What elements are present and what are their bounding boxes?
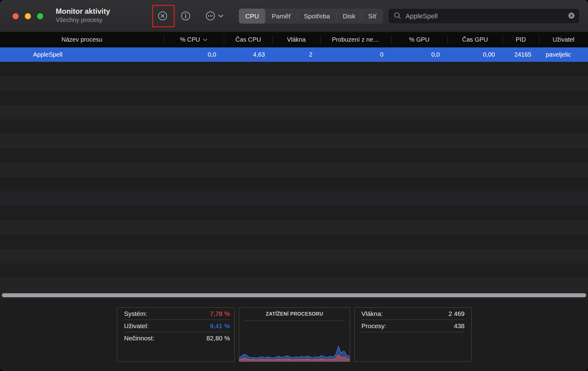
stat-value: 9,41 % — [210, 322, 230, 330]
activity-monitor-window: Monitor aktivity Všechny procesy — [0, 0, 588, 371]
search-icon — [394, 12, 401, 21]
column-label: Čas GPU — [462, 36, 488, 43]
column-header-idle-wakeups[interactable]: Probuzení z ne… — [320, 32, 391, 47]
empty-row — [0, 263, 588, 278]
column-header-gpu[interactable]: % GPU — [391, 32, 447, 47]
column-header-process-name[interactable]: Název procesu — [0, 32, 164, 47]
cell-cpu: 0,0 — [164, 51, 224, 58]
titlebar[interactable]: Monitor aktivity Všechny procesy — [0, 0, 588, 32]
empty-row — [0, 148, 588, 163]
empty-row — [0, 62, 588, 76]
stat-label: Procesy: — [361, 322, 386, 330]
tab-cpu[interactable]: CPU — [239, 9, 265, 24]
cell-user: paveljelic — [539, 51, 588, 58]
zoom-window-button[interactable] — [37, 13, 43, 19]
close-window-button[interactable] — [13, 13, 19, 19]
empty-row — [0, 278, 588, 292]
horizontal-scrollbar-thumb[interactable] — [2, 293, 586, 297]
column-label: Uživatel — [552, 36, 574, 43]
column-label: Čas CPU — [236, 36, 261, 43]
column-label: Vlákna — [287, 36, 306, 43]
stats-footer: Systém: 7,78 % Uživatel: 9,41 % Nečinnos… — [0, 299, 588, 371]
empty-row — [0, 76, 588, 91]
column-header-pid[interactable]: PID — [503, 32, 539, 47]
stat-value: 82,80 % — [206, 335, 230, 342]
empty-row — [0, 91, 588, 105]
cpu-user-line — [239, 347, 350, 358]
stat-row-system: Systém: 7,78 % — [124, 308, 230, 320]
divider — [244, 320, 345, 321]
cell-gpu: 0,0 — [391, 51, 447, 58]
column-header-gpu-time[interactable]: Čas GPU — [447, 32, 503, 47]
more-options-button[interactable] — [201, 9, 228, 23]
stat-label: Nečinnost: — [124, 335, 154, 342]
empty-row — [0, 191, 588, 206]
column-label: % GPU — [409, 36, 430, 43]
inspect-process-button[interactable] — [179, 9, 192, 23]
stat-value: 438 — [454, 322, 465, 330]
cell-gpu-time: 0,00 — [447, 51, 503, 58]
stat-label: Vlákna: — [361, 310, 383, 317]
cpu-usage-box: Systém: 7,78 % Uživatel: 9,41 % Nečinnos… — [117, 307, 235, 362]
cell-process-name: AppleSpell — [0, 51, 164, 58]
empty-row — [0, 163, 588, 177]
table-header: Název procesu % CPU Čas CPU Vlákna Probu… — [0, 32, 588, 47]
stat-label: Uživatel: — [124, 322, 149, 330]
window-subtitle: Všechny procesy — [56, 16, 110, 24]
search-input[interactable] — [405, 12, 564, 20]
stat-label: Systém: — [124, 310, 147, 317]
empty-row — [0, 177, 588, 191]
column-header-cpu[interactable]: % CPU — [164, 32, 224, 47]
process-table: AppleSpell 0,0 4,63 2 0 0,0 0,00 24165 p… — [0, 47, 588, 292]
column-header-threads[interactable]: Vlákna — [273, 32, 320, 47]
empty-row — [0, 105, 588, 119]
stat-row-processes: Procesy: 438 — [361, 320, 465, 332]
cell-threads: 2 — [273, 51, 320, 58]
search-field[interactable] — [388, 8, 580, 24]
cell-pid: 24165 — [503, 51, 539, 58]
x-circle-icon — [157, 11, 168, 22]
column-label: Název procesu — [62, 36, 102, 43]
cell-cpu-time: 4,63 — [224, 51, 273, 58]
horizontal-scrollbar-track[interactable] — [0, 292, 588, 299]
sort-chevron-icon — [203, 36, 208, 43]
cell-idle-wakeups: 0 — [320, 51, 391, 58]
column-header-cpu-time[interactable]: Čas CPU — [224, 32, 273, 47]
empty-row — [0, 134, 588, 148]
empty-row — [0, 206, 588, 220]
empty-row — [0, 234, 588, 249]
empty-row — [0, 249, 588, 263]
tab-network[interactable]: Síť — [362, 9, 383, 24]
stat-value: 2 469 — [448, 310, 465, 317]
clear-search-button[interactable] — [568, 12, 575, 20]
info-circle-icon — [180, 11, 191, 22]
column-label: Probuzení z ne… — [332, 36, 379, 43]
tab-memory[interactable]: Paměť — [265, 9, 297, 24]
cpu-load-box: ZATÍŽENÍ PROCESORU — [239, 307, 350, 362]
column-label: PID — [516, 36, 526, 43]
window-title: Monitor aktivity — [56, 7, 110, 16]
column-label: % CPU — [180, 36, 200, 43]
chevron-down-icon — [218, 14, 224, 19]
cpu-history-chart — [239, 344, 350, 362]
cpu-load-title: ZATÍŽENÍ PROCESORU — [239, 308, 350, 320]
view-tabs: CPU Paměť Spotřeba Disk Síť — [239, 9, 383, 24]
counts-box: Vlákna: 2 469 Procesy: 438 — [354, 307, 472, 362]
stat-row-user: Uživatel: 9,41 % — [124, 320, 230, 332]
ellipsis-circle-icon — [205, 11, 216, 22]
stat-row-threads: Vlákna: 2 469 — [361, 308, 465, 320]
tab-disk[interactable]: Disk — [336, 9, 362, 24]
title-block: Monitor aktivity Všechny procesy — [56, 7, 110, 24]
clear-circle-icon — [568, 12, 575, 20]
stat-value: 7,78 % — [210, 310, 230, 317]
minimize-window-button[interactable] — [25, 13, 31, 19]
table-row[interactable]: AppleSpell 0,0 4,63 2 0 0,0 0,00 24165 p… — [0, 47, 588, 62]
tab-energy[interactable]: Spotřeba — [297, 9, 336, 24]
empty-row — [0, 220, 588, 234]
empty-row — [0, 119, 588, 134]
quit-process-button[interactable] — [156, 9, 169, 23]
stat-row-idle: Nečinnost: 82,80 % — [124, 332, 230, 344]
column-header-user[interactable]: Uživatel — [539, 32, 588, 47]
